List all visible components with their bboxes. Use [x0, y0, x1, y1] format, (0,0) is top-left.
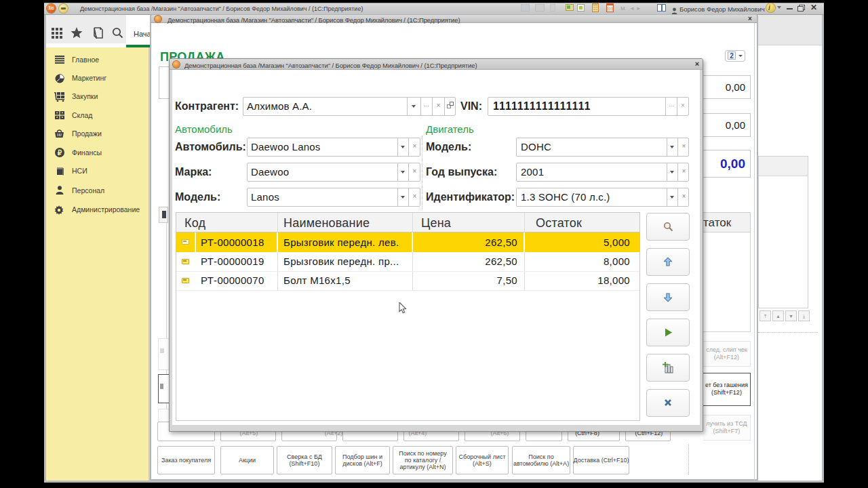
svg-text:₽: ₽	[58, 149, 62, 157]
